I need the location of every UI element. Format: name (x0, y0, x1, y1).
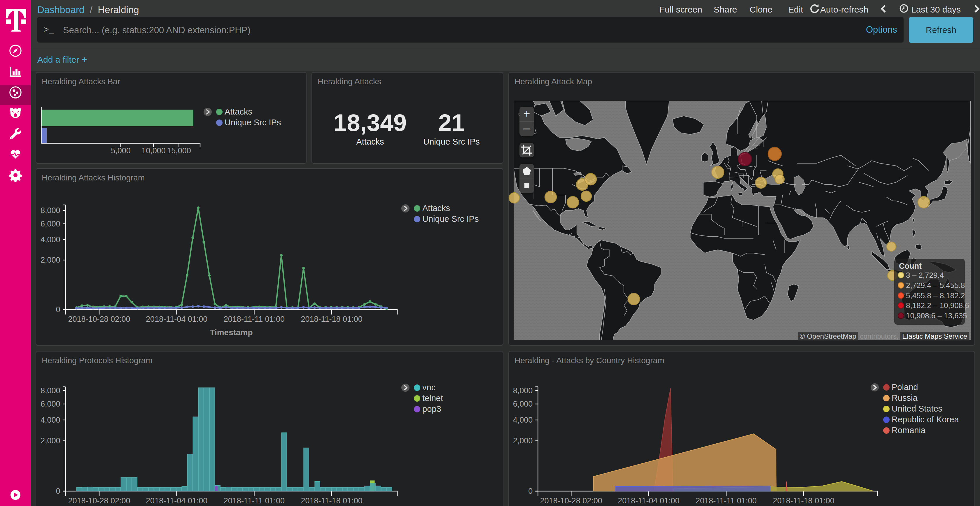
svg-text:5,455.8 – 8,182.2: 5,455.8 – 8,182.2 (906, 291, 965, 300)
svg-text:2,729.4 – 5,455.8: 2,729.4 – 5,455.8 (906, 281, 965, 290)
svg-text:3 – 2,729.4: 3 – 2,729.4 (906, 271, 944, 279)
svg-text:8,182.2 – 10,908.6: 8,182.2 – 10,908.6 (906, 301, 969, 310)
svg-text:10,908.6 – 13,635: 10,908.6 – 13,635 (906, 311, 967, 320)
